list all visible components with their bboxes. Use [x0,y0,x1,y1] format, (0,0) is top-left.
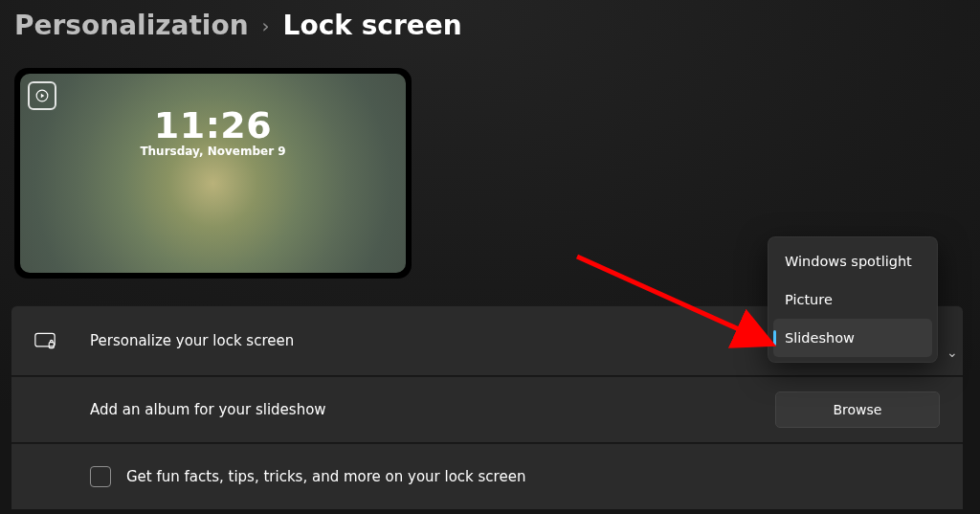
lockscreen-preview-image: 11:26 Thursday, November 9 [20,74,406,273]
dropdown-option-label: Slideshow [785,330,855,346]
dropdown-option-spotlight[interactable]: Windows spotlight [773,242,932,280]
preview-date: Thursday, November 9 [140,145,285,158]
row-fun-facts: Get fun facts, tips, tricks, and more on… [11,443,963,510]
lockscreen-preview[interactable]: 11:26 Thursday, November 9 [14,68,412,279]
preview-time: 11:26 [154,104,272,146]
breadcrumb-current: Lock screen [283,10,462,41]
row-label: Add an album for your slideshow [90,401,326,418]
lockscreen-mode-dropdown[interactable]: Windows spotlight Picture Slideshow [768,236,938,363]
chevron-down-icon: ⌄ [947,345,958,360]
chevron-right-icon: › [262,14,270,37]
browse-button-label: Browse [834,402,882,417]
dropdown-option-slideshow[interactable]: Slideshow [773,319,932,357]
browse-button[interactable]: Browse [775,391,940,428]
funfacts-checkbox[interactable] [90,466,111,487]
row-label: Personalize your lock screen [90,332,294,349]
slideshow-play-icon [28,81,56,110]
breadcrumb: Personalization › Lock screen [0,0,980,41]
dropdown-option-label: Picture [785,292,833,307]
dropdown-option-picture[interactable]: Picture [773,280,932,319]
row-add-album: Add an album for your slideshow Browse [11,376,963,443]
row-label: Get fun facts, tips, tricks, and more on… [126,468,525,485]
lockscreen-icon [34,332,67,349]
dropdown-option-label: Windows spotlight [785,254,912,269]
breadcrumb-parent[interactable]: Personalization [14,10,249,41]
svg-rect-2 [49,343,54,348]
